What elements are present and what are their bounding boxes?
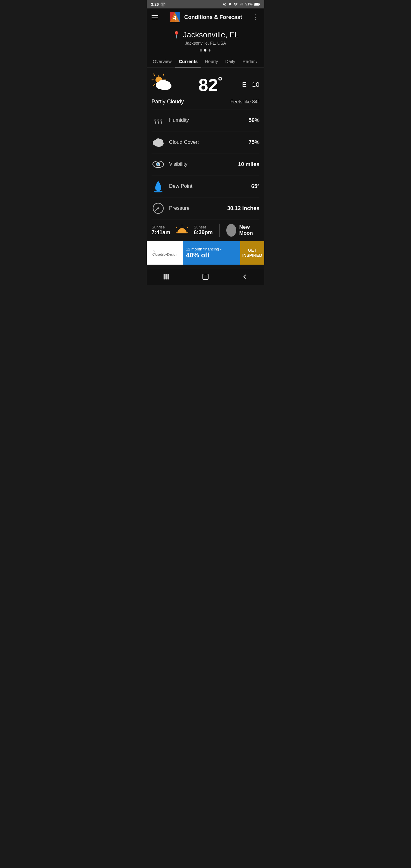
sunrise-block: Sunrise 7:41am bbox=[152, 225, 170, 236]
nav-tabs: Overview Currents Hourly Daily Radar › bbox=[147, 55, 264, 68]
ad-cta-text: GET INSPIRED bbox=[242, 248, 262, 258]
sunset-block: Sunset 6:39pm bbox=[194, 225, 213, 236]
svg-rect-39 bbox=[167, 274, 169, 279]
status-time-area: 3:26 17 bbox=[151, 1, 166, 7]
dew-point-label: Dew Point bbox=[169, 183, 192, 189]
sun-rise-icon bbox=[175, 224, 189, 236]
cloud-cover-label: Cloud Cover: bbox=[169, 139, 199, 145]
svg-line-35 bbox=[176, 227, 177, 228]
temp-value: 82 bbox=[198, 75, 218, 95]
recent-apps-button[interactable] bbox=[157, 272, 176, 282]
visibility-icon bbox=[152, 158, 165, 171]
battery-percent: 91% bbox=[245, 2, 253, 6]
ad-banner[interactable]: ⊙ ClosetsbyDesign 12 month financing - 4… bbox=[147, 241, 264, 265]
signal-icon bbox=[240, 2, 244, 6]
temperature-display: 82° bbox=[179, 74, 242, 95]
status-bar: 3:26 17 91% bbox=[147, 0, 264, 8]
ad-line1: 12 month financing - bbox=[186, 247, 237, 251]
menu-button[interactable] bbox=[152, 15, 158, 19]
back-button[interactable] bbox=[235, 272, 254, 282]
tab-currents[interactable]: Currents bbox=[176, 55, 201, 67]
svg-text:4: 4 bbox=[173, 14, 177, 21]
add-location-button[interactable]: + bbox=[208, 48, 211, 53]
wind-direction: E bbox=[242, 81, 247, 88]
dot-1[interactable] bbox=[200, 49, 202, 52]
location-status-icon bbox=[228, 2, 232, 6]
weather-condition-icon bbox=[152, 73, 179, 97]
weather-hero: 82° E 10 bbox=[152, 73, 259, 97]
status-icons: 91% bbox=[222, 2, 260, 6]
tab-daily[interactable]: Daily bbox=[221, 55, 239, 67]
dew-point-row: Dew Point 65° bbox=[152, 175, 259, 197]
app-header: 4 Conditions & Forecast ⋮ bbox=[147, 8, 264, 26]
feels-like-text: Feels like 84° bbox=[230, 99, 259, 104]
sun-moon-divider bbox=[219, 224, 220, 237]
svg-rect-40 bbox=[203, 274, 208, 279]
mute-icon bbox=[222, 2, 227, 6]
pressure-value: 30.12 inches bbox=[227, 205, 259, 212]
sunrise-time: 7:41am bbox=[152, 229, 170, 236]
humidity-icon bbox=[152, 114, 165, 127]
header-title: Conditions & Forecast bbox=[184, 14, 242, 21]
tab-radar[interactable]: Radar › bbox=[239, 55, 261, 67]
sun-moon-row: Sunrise 7:41am Sunset 6:39pm bbox=[152, 219, 259, 241]
ad-brand-name: ClosetsbyDesign bbox=[153, 253, 178, 256]
tab-overview[interactable]: Overview bbox=[149, 55, 176, 67]
location-section: 📍 Jacksonville, FL Jacksonville, FL, USA… bbox=[147, 26, 264, 55]
moon-phase-label: New Moon bbox=[239, 224, 259, 236]
visibility-value: 10 miles bbox=[238, 161, 259, 167]
svg-line-8 bbox=[163, 74, 164, 76]
svg-rect-38 bbox=[165, 274, 167, 279]
tab-hourly[interactable]: Hourly bbox=[201, 55, 221, 67]
cloud-cover-row: Cloud Cover: 75% bbox=[152, 131, 259, 153]
svg-rect-37 bbox=[163, 274, 165, 279]
channel-logo: 4 bbox=[168, 11, 181, 24]
location-name: 📍 Jacksonville, FL bbox=[152, 30, 259, 39]
more-options-button[interactable]: ⋮ bbox=[253, 13, 259, 21]
weather-condition-text: Partly Cloudy bbox=[152, 98, 184, 105]
pressure-label: Pressure bbox=[169, 205, 190, 211]
dew-point-value: 65° bbox=[251, 183, 259, 190]
svg-line-13 bbox=[154, 84, 155, 86]
ad-line2: 40% off bbox=[186, 251, 237, 259]
ad-brand-area: ⊙ ClosetsbyDesign bbox=[147, 241, 183, 265]
humidity-value: 56% bbox=[249, 117, 259, 124]
sunset-time: 6:39pm bbox=[194, 229, 213, 236]
battery-icon bbox=[254, 2, 260, 6]
humidity-row: Humidity 56% bbox=[152, 109, 259, 131]
sunrise-label: Sunrise bbox=[152, 225, 170, 229]
page-dots: + bbox=[152, 48, 259, 53]
svg-point-26 bbox=[158, 163, 159, 164]
visibility-row: Visibility 10 miles bbox=[152, 153, 259, 175]
sunset-label: Sunset bbox=[194, 225, 213, 229]
svg-point-18 bbox=[163, 81, 170, 87]
location-pin-icon: 📍 bbox=[172, 31, 181, 39]
recent-apps-icon bbox=[163, 273, 170, 280]
bottom-nav-bar bbox=[147, 270, 264, 285]
svg-line-9 bbox=[154, 74, 155, 76]
dew-point-icon bbox=[152, 180, 165, 193]
svg-line-31 bbox=[155, 208, 158, 211]
main-content: 82° E 10 Partly Cloudy Feels like 84° bbox=[147, 68, 264, 270]
svg-rect-1 bbox=[259, 4, 260, 5]
ad-cta-button[interactable]: GET INSPIRED bbox=[240, 241, 264, 265]
notification-count: 17 bbox=[160, 1, 166, 7]
wifi-icon bbox=[233, 2, 238, 6]
pressure-row: Pressure 30.12 inches bbox=[152, 197, 259, 219]
wind-display: E 10 bbox=[242, 81, 259, 89]
home-button[interactable] bbox=[196, 271, 215, 282]
moon-icon bbox=[226, 224, 236, 237]
ad-content-area: 12 month financing - 40% off bbox=[183, 241, 240, 265]
pressure-icon bbox=[152, 202, 165, 215]
svg-rect-2 bbox=[254, 3, 258, 5]
dot-2[interactable] bbox=[204, 49, 207, 52]
location-subtitle: Jacksonville, FL, USA bbox=[152, 41, 259, 45]
visibility-label: Visibility bbox=[169, 161, 187, 167]
temp-unit: ° bbox=[218, 74, 222, 87]
moon-block: New Moon bbox=[226, 224, 259, 237]
home-icon bbox=[202, 273, 209, 280]
humidity-label: Humidity bbox=[169, 117, 189, 123]
cloud-cover-icon bbox=[152, 135, 165, 149]
header-center: 4 Conditions & Forecast bbox=[168, 11, 242, 24]
back-icon bbox=[241, 273, 248, 280]
